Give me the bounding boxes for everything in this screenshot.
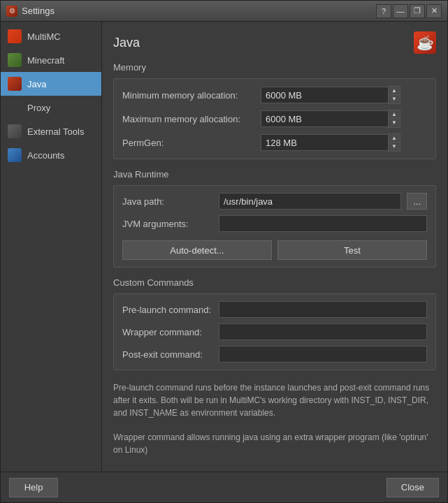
java-icon — [8, 77, 22, 91]
max-memory-spinbox: ▲ ▼ — [261, 110, 400, 128]
max-memory-input[interactable] — [261, 110, 388, 127]
runtime-section-label: Java Runtime — [113, 169, 436, 180]
max-memory-label: Maximum memory allocation: — [122, 114, 255, 124]
max-memory-down-btn[interactable]: ▼ — [389, 119, 400, 127]
min-memory-spinbox: ▲ ▼ — [261, 86, 400, 104]
content-area: MultiMC Minecraft Java Proxy External To… — [1, 22, 447, 472]
pre-launch-label: Pre-launch command: — [122, 305, 213, 315]
sidebar: MultiMC Minecraft Java Proxy External To… — [1, 22, 102, 472]
panel-title: Java — [113, 36, 140, 50]
custom-commands-box: Pre-launch command: Wrapper command: Pos… — [113, 293, 436, 370]
sidebar-item-external-tools[interactable]: External Tools — [1, 119, 101, 143]
wrapper-input[interactable] — [219, 323, 427, 340]
main-panel: Java ☕ Memory Minimum memory allocation:… — [102, 22, 447, 472]
multimc-icon — [8, 29, 22, 43]
minecraft-icon — [8, 53, 22, 67]
panel-header: Java ☕ — [113, 31, 436, 54]
sidebar-item-multimc[interactable]: MultiMC — [1, 24, 101, 48]
memory-section-box: Minimum memory allocation: ▲ ▼ Maximum m… — [113, 78, 436, 159]
runtime-buttons-row: Auto-detect... Test — [122, 240, 427, 260]
runtime-section: Java Runtime Java path: ... JVM argument… — [113, 169, 436, 268]
pre-launch-input[interactable] — [219, 301, 427, 318]
permgen-label: PermGen: — [122, 138, 255, 148]
footer: Help Close — [1, 472, 447, 502]
panel-icon: ☕ — [414, 31, 436, 54]
wrapper-label: Wrapper command: — [122, 327, 213, 337]
max-memory-row: Maximum memory allocation: ▲ ▼ — [122, 110, 427, 128]
sidebar-label-proxy: Proxy — [27, 103, 50, 113]
titlebar-title: Settings — [22, 6, 376, 16]
sidebar-item-minecraft[interactable]: Minecraft — [1, 48, 101, 72]
sidebar-item-java[interactable]: Java — [1, 72, 101, 96]
runtime-section-box: Java path: ... JVM arguments: Auto-detec… — [113, 185, 436, 268]
min-memory-up-btn[interactable]: ▲ — [389, 87, 400, 95]
test-btn[interactable]: Test — [277, 240, 427, 260]
memory-section-label: Memory — [113, 62, 436, 73]
help-btn[interactable]: Help — [9, 478, 58, 497]
info-text-2: Wrapper command allows running java usin… — [113, 431, 436, 456]
sidebar-item-accounts[interactable]: Accounts — [1, 143, 101, 167]
sidebar-label-minecraft: Minecraft — [27, 55, 64, 66]
max-memory-spin-buttons: ▲ ▼ — [388, 110, 400, 128]
java-path-label: Java path: — [122, 196, 213, 207]
post-exit-input[interactable] — [219, 346, 427, 363]
sidebar-label-java: Java — [27, 79, 46, 89]
java-path-row: Java path: ... — [122, 193, 427, 210]
min-memory-spin-buttons: ▲ ▼ — [388, 86, 400, 104]
app-icon: ⚙ — [6, 6, 17, 17]
min-memory-input[interactable] — [261, 87, 388, 103]
java-path-input[interactable] — [219, 193, 401, 210]
settings-window: ⚙ Settings ? — ❐ ✕ MultiMC Minecraft Jav… — [0, 0, 448, 503]
exttools-icon — [8, 124, 22, 138]
sidebar-label-accounts: Accounts — [27, 150, 64, 161]
close-titlebar-btn[interactable]: ✕ — [426, 4, 442, 18]
permgen-row: PermGen: ▲ ▼ — [122, 133, 427, 152]
memory-section: Memory Minimum memory allocation: ▲ ▼ — [113, 62, 436, 159]
jvm-args-row: JVM arguments: — [122, 215, 427, 232]
permgen-spinbox: ▲ ▼ — [261, 133, 400, 152]
post-exit-row: Post-exit command: — [122, 346, 427, 363]
auto-detect-btn[interactable]: Auto-detect... — [122, 240, 272, 260]
titlebar-buttons: ? — ❐ ✕ — [376, 4, 442, 18]
titlebar: ⚙ Settings ? — ❐ ✕ — [1, 1, 447, 22]
close-btn[interactable]: Close — [386, 478, 439, 497]
min-memory-label: Minimum memory allocation: — [122, 90, 255, 101]
custom-commands-label: Custom Commands — [113, 277, 436, 288]
sidebar-item-proxy[interactable]: Proxy — [1, 96, 101, 119]
minimize-btn[interactable]: — — [393, 4, 408, 18]
sidebar-label-external-tools: External Tools — [27, 126, 84, 137]
min-memory-down-btn[interactable]: ▼ — [389, 95, 400, 103]
post-exit-label: Post-exit command: — [122, 349, 213, 360]
sidebar-label-multimc: MultiMC — [27, 31, 61, 42]
accounts-icon — [8, 148, 22, 162]
permgen-spin-buttons: ▲ ▼ — [388, 133, 400, 152]
permgen-up-btn[interactable]: ▲ — [389, 134, 400, 143]
permgen-down-btn[interactable]: ▼ — [389, 143, 400, 151]
permgen-input[interactable] — [261, 134, 388, 151]
max-memory-up-btn[interactable]: ▲ — [389, 110, 400, 119]
help-titlebar-btn[interactable]: ? — [376, 4, 391, 18]
pre-launch-row: Pre-launch command: — [122, 301, 427, 318]
proxy-icon — [8, 101, 22, 115]
jvm-args-input[interactable] — [219, 215, 427, 232]
maximize-btn[interactable]: ❐ — [410, 4, 425, 18]
custom-commands-section: Custom Commands Pre-launch command: Wrap… — [113, 277, 436, 370]
wrapper-row: Wrapper command: — [122, 323, 427, 340]
info-text-1: Pre-launch command runs before the insta… — [113, 381, 436, 419]
browse-java-btn[interactable]: ... — [407, 193, 427, 210]
jvm-args-label: JVM arguments: — [122, 219, 213, 229]
min-memory-row: Minimum memory allocation: ▲ ▼ — [122, 86, 427, 104]
